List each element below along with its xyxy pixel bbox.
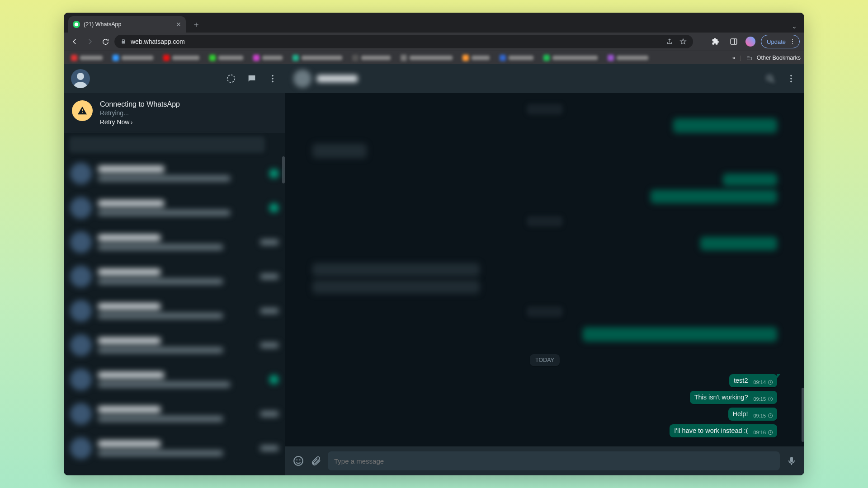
chat-list-item[interactable]: [64, 225, 285, 259]
bookmark-item[interactable]: [160, 53, 203, 62]
chat-list-item[interactable]: [64, 259, 285, 294]
reload-button[interactable]: [99, 35, 112, 48]
message-text: Help!: [733, 410, 750, 418]
connection-alert: Connecting to WhatsApp Retrying... Retry…: [64, 93, 285, 133]
message-text: I'll have to work instead :(: [674, 427, 750, 434]
svg-point-9: [790, 78, 792, 80]
bookmark-item[interactable]: [397, 53, 456, 62]
update-button[interactable]: Update ⋮: [761, 35, 800, 48]
attach-icon[interactable]: [311, 455, 321, 466]
folder-icon: 🗀: [746, 54, 752, 61]
composer: [285, 446, 804, 475]
bookmark-item[interactable]: [250, 53, 286, 62]
bookmark-item[interactable]: [540, 53, 601, 62]
forward-button[interactable]: [84, 35, 96, 48]
bookmark-item[interactable]: [349, 53, 394, 62]
chat-list-item[interactable]: [64, 156, 285, 191]
bookmark-item[interactable]: [459, 53, 493, 62]
search-in-chat-icon[interactable]: [765, 74, 775, 84]
svg-point-16: [296, 459, 297, 460]
chat-list-item[interactable]: [64, 294, 285, 328]
status-icon[interactable]: [226, 74, 236, 84]
extensions-icon[interactable]: [709, 35, 722, 48]
new-chat-icon[interactable]: [247, 74, 257, 84]
profile-avatar[interactable]: [745, 37, 755, 47]
star-icon[interactable]: [679, 38, 687, 45]
bookmark-item[interactable]: [67, 53, 106, 62]
chat-list-item[interactable]: [64, 362, 285, 397]
bookmark-item[interactable]: [496, 53, 537, 62]
conversation-menu-icon[interactable]: [786, 74, 796, 84]
message-out[interactable]: test2 09:14: [729, 374, 777, 387]
sidebar: Connecting to WhatsApp Retrying... Retry…: [64, 64, 285, 475]
message-out[interactable]: This isn't working? 09:15: [690, 391, 777, 404]
other-bookmarks-button[interactable]: Other Bookmarks: [757, 55, 801, 61]
svg-point-6: [767, 75, 772, 80]
back-button[interactable]: [68, 35, 81, 48]
svg-point-2: [227, 75, 235, 83]
message-input[interactable]: [334, 457, 774, 465]
chat-list-item[interactable]: [64, 397, 285, 431]
tabs-dropdown-icon[interactable]: ⌄: [792, 23, 804, 33]
retry-now-button[interactable]: Retry Now›: [100, 118, 180, 126]
day-chip: TODAY: [530, 354, 560, 366]
bookmarks-bar: » | 🗀 Other Bookmarks: [64, 51, 804, 64]
bookmark-item[interactable]: [604, 53, 652, 62]
tab-strip: (21) WhatsApp ✕ ＋ ⌄: [64, 13, 804, 33]
bookmark-item[interactable]: [289, 53, 346, 62]
emoji-icon[interactable]: [292, 455, 304, 467]
new-tab-button[interactable]: ＋: [189, 18, 203, 31]
conversation-scrollbar[interactable]: [802, 93, 804, 446]
bookmarks-overflow-icon[interactable]: »: [732, 55, 736, 61]
sidepanel-icon[interactable]: [727, 35, 740, 48]
conversation-title[interactable]: [293, 70, 358, 88]
update-label: Update: [767, 38, 786, 45]
svg-point-3: [272, 75, 274, 77]
share-icon[interactable]: [666, 38, 673, 45]
bookmark-item[interactable]: [109, 53, 157, 62]
clock-icon: [767, 396, 774, 402]
message-time: 09:15: [753, 413, 766, 418]
lock-icon: [121, 39, 126, 44]
svg-point-10: [790, 81, 792, 83]
close-tab-icon[interactable]: ✕: [176, 21, 181, 28]
svg-point-4: [272, 78, 274, 80]
menu-kebab-icon[interactable]: ⋮: [789, 40, 796, 43]
conversation-header: [285, 64, 804, 93]
browser-window: (21) WhatsApp ✕ ＋ ⌄ web.whatsapp.com Upd…: [64, 13, 804, 475]
message-list[interactable]: TODAY test2 09:14 This isn't working? 09…: [285, 93, 804, 446]
url-text: web.whatsapp.com: [131, 38, 185, 45]
message-time: 09:15: [753, 396, 766, 402]
my-avatar[interactable]: [71, 69, 90, 88]
message-time: 09:14: [753, 380, 766, 385]
message-time: 09:16: [753, 430, 766, 435]
svg-point-5: [272, 81, 274, 83]
address-bar[interactable]: web.whatsapp.com: [114, 35, 693, 48]
chat-list-item[interactable]: [64, 328, 285, 362]
filter-icon[interactable]: [269, 139, 279, 150]
tab-title: (21) WhatsApp: [84, 21, 121, 28]
clock-icon: [767, 429, 774, 436]
menu-icon[interactable]: [268, 74, 278, 84]
toolbar: web.whatsapp.com Update ⋮: [64, 33, 804, 51]
svg-point-17: [299, 459, 301, 460]
message-out[interactable]: I'll have to work instead :( 09:16: [670, 424, 777, 437]
alert-subtitle: Retrying...: [100, 109, 180, 117]
conversation-pane: TODAY test2 09:14 This isn't working? 09…: [285, 64, 804, 475]
bookmark-item[interactable]: [206, 53, 247, 62]
svg-point-15: [294, 456, 303, 465]
svg-line-7: [772, 80, 774, 83]
sidebar-search-row: [64, 133, 285, 156]
chat-list-item[interactable]: [64, 431, 285, 465]
svg-rect-18: [790, 457, 793, 462]
search-input[interactable]: [69, 136, 265, 153]
chat-list-item[interactable]: [64, 191, 285, 225]
chat-list[interactable]: [64, 156, 285, 475]
message-out[interactable]: Help! 09:15: [728, 408, 777, 421]
message-input-wrapper: [328, 451, 780, 470]
sidebar-header: [64, 64, 285, 93]
mic-icon[interactable]: [786, 455, 797, 466]
whatsapp-favicon-icon: [73, 21, 80, 28]
clock-icon: [767, 379, 774, 385]
browser-tab[interactable]: (21) WhatsApp ✕: [68, 16, 186, 33]
